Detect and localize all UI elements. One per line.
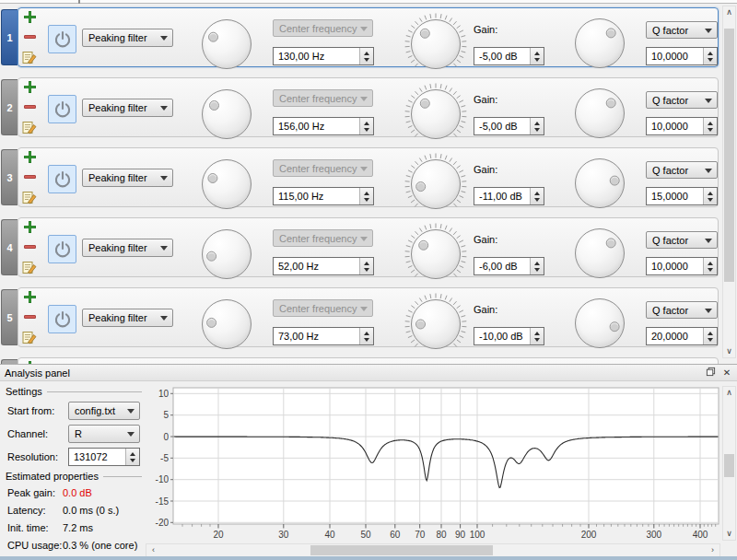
q-param-select[interactable]: Q factor [646,91,718,109]
filter-type-select[interactable]: Peaking filter [82,309,173,327]
gain-spinbox[interactable]: -5,00 dB [474,117,544,135]
edit-filter-button[interactable] [21,120,37,135]
filter-row-tab[interactable]: 1 [1,9,18,65]
spinner-buttons[interactable] [359,48,373,64]
power-toggle-button[interactable] [48,235,76,263]
q-knob[interactable] [575,88,625,138]
gain-spinbox[interactable]: -6,00 dB [474,257,544,275]
gain-spinbox[interactable]: -11,00 dB [474,187,544,205]
q-spinbox[interactable]: 10,0000 [646,47,718,65]
frequency-spinbox[interactable]: 52,00 Hz [273,257,374,275]
edit-filter-button[interactable] [21,50,37,65]
spinner-buttons[interactable] [359,328,373,344]
gain-knob[interactable] [411,299,461,349]
scrollbar-thumb[interactable] [724,29,734,282]
settings-group-header: Settings [6,386,142,397]
frequency-spinbox[interactable]: 73,00 Hz [273,327,374,345]
gain-spinbox[interactable]: -10,00 dB [474,327,544,345]
frequency-knob[interactable] [202,229,252,279]
spinner-buttons[interactable] [530,118,544,134]
gain-knob[interactable] [411,89,461,139]
q-spinbox[interactable]: 20,0000 [646,327,718,345]
gain-knob[interactable] [411,19,461,69]
scroll-down-icon[interactable]: ∨ [723,528,735,540]
frequency-spinbox[interactable]: 130,00 Hz [273,47,374,65]
remove-filter-button[interactable] [22,29,38,44]
frequency-knob[interactable] [202,159,252,209]
remove-filter-button[interactable] [22,239,38,254]
spinner-buttons[interactable] [530,188,544,204]
q-knob[interactable] [575,228,625,278]
edit-filter-button[interactable] [21,260,37,275]
float-panel-button[interactable] [704,367,717,379]
q-spinbox[interactable]: 10,0000 [646,257,718,275]
filter-type-select[interactable]: Peaking filter [82,169,173,187]
edit-filter-button[interactable] [21,190,37,205]
remove-filter-button[interactable] [22,99,38,114]
edit-filter-button[interactable] [21,330,37,345]
filter-type-select[interactable]: Peaking filter [82,239,173,257]
scrollbar-thumb[interactable] [310,545,493,555]
filter-type-select[interactable]: Peaking filter [82,29,173,47]
frequency-spinbox[interactable]: 115,00 Hz [273,187,374,205]
channel-select[interactable]: R [68,425,140,443]
spinner-buttons[interactable] [703,328,717,344]
add-filter-button[interactable] [22,9,38,25]
filter-row-tab[interactable]: 4 [1,219,18,275]
add-filter-button[interactable] [22,289,38,305]
power-toggle-button[interactable] [48,165,76,193]
power-toggle-button[interactable] [48,25,76,53]
frequency-knob[interactable] [202,19,252,69]
add-filter-button[interactable] [22,149,38,165]
filter-row-tab[interactable]: 5 [1,289,18,345]
scrollbar-thumb[interactable] [724,454,734,477]
spinner-buttons[interactable] [703,258,717,274]
power-toggle-button[interactable] [48,305,76,333]
remove-filter-button[interactable] [22,169,38,184]
power-toggle-button[interactable] [48,95,76,123]
scroll-up-icon[interactable]: ∧ [723,6,735,18]
q-param-select[interactable]: Q factor [646,21,718,39]
filter-list-scrollbar[interactable]: ∧ ∨ [722,6,736,358]
q-param-select[interactable]: Q factor [646,231,718,249]
q-spinbox[interactable]: 10,0000 [646,117,718,135]
spinner-buttons[interactable] [359,258,373,274]
spinner-buttons[interactable] [703,188,717,204]
close-panel-button[interactable]: ✕ [720,367,733,379]
q-knob[interactable] [575,158,625,208]
add-filter-button[interactable] [22,79,38,95]
filter-type-select[interactable]: Peaking filter [82,99,173,117]
frequency-value: 73,00 Hz [278,331,319,342]
scroll-right-icon[interactable]: › [707,544,719,556]
q-knob[interactable] [575,18,625,68]
spinner-buttons[interactable] [530,328,544,344]
scroll-up-icon[interactable]: ∧ [723,387,735,399]
scroll-down-icon[interactable]: ∨ [723,345,735,357]
q-knob[interactable] [575,298,625,348]
scroll-left-icon[interactable]: ‹ [147,544,159,556]
spinner-buttons[interactable] [703,48,717,64]
gain-knob[interactable] [411,159,461,209]
start-from-select[interactable]: config.txt [68,402,140,420]
spinner-buttons[interactable] [530,48,544,64]
gain-spinbox[interactable]: -5,00 dB [474,47,544,65]
add-filter-button[interactable] [22,219,38,235]
spinner-buttons[interactable] [703,118,717,134]
gain-knob[interactable] [411,229,461,279]
filter-row-tab[interactable]: 2 [1,79,18,135]
frequency-knob[interactable] [202,89,252,139]
spinner-buttons[interactable] [359,118,373,134]
filter-row-tab[interactable]: 3 [1,149,18,205]
chart-horizontal-scrollbar[interactable]: ‹ › [146,543,720,557]
spinner-buttons[interactable] [359,188,373,204]
remove-filter-button[interactable] [22,309,38,324]
frequency-spinbox[interactable]: 156,00 Hz [273,117,374,135]
spinner-buttons[interactable] [530,258,544,274]
frequency-knob[interactable] [202,299,252,349]
q-param-select[interactable]: Q factor [646,301,718,319]
resolution-spinbox[interactable]: 131072 [68,448,140,466]
q-spinbox[interactable]: 15,0000 [646,187,718,205]
q-param-select[interactable]: Q factor [646,161,718,179]
spinner-buttons[interactable] [125,449,139,465]
chart-vertical-scrollbar[interactable]: ∧ ∨ [722,386,736,541]
